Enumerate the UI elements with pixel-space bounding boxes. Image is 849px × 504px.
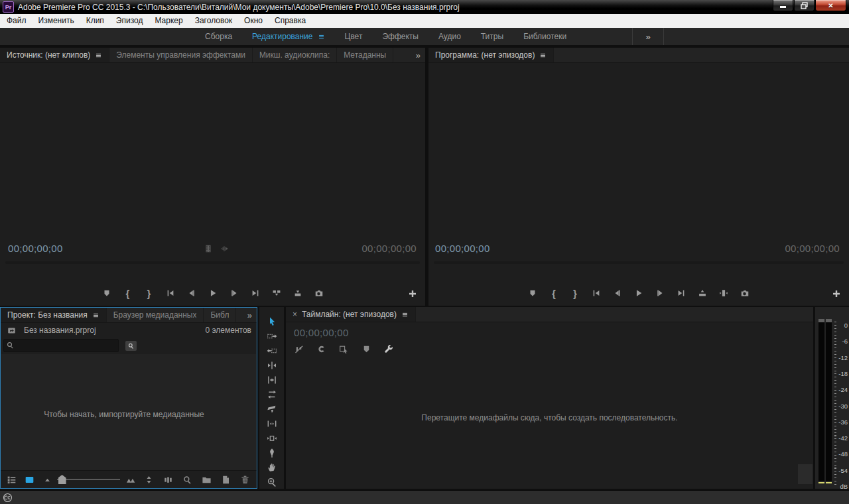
workspace-tab[interactable]: Библиотеки [513,28,576,45]
panel-tab[interactable]: Источник: (нет клипов) [0,48,109,62]
step-forward-button[interactable] [228,287,240,299]
new-item-button[interactable] [219,474,232,485]
panel-tab[interactable]: Проект: Без названия [1,308,107,322]
menu-item[interactable]: Клип [80,14,110,28]
zoom-tool-button[interactable] [266,476,277,487]
selection-tool-button[interactable] [266,316,277,327]
export-frame-button[interactable] [313,287,325,299]
minimize-button[interactable] [773,0,793,11]
tab-overflow-button[interactable]: » [411,50,425,60]
menu-item[interactable]: Эпизод [110,14,149,28]
workspace-tab[interactable]: Редактирование [242,28,334,45]
workspace-tab[interactable]: Сборка [195,28,242,45]
zoom-slider[interactable] [57,474,120,485]
list-view-button[interactable] [5,474,19,485]
snap-button[interactable] [315,343,327,355]
workspace-tab[interactable]: Эффекты [372,28,428,45]
go-to-out-button[interactable] [675,287,687,299]
step-forward-button[interactable] [654,287,666,299]
export-frame-button[interactable] [739,287,751,299]
panel-menu-icon[interactable] [95,52,102,59]
zoom-out-button[interactable] [41,474,54,485]
restore-button[interactable] [794,0,815,11]
source-current-time[interactable]: 00;00;00;00 [8,243,63,254]
sort-button[interactable] [143,474,156,485]
icon-view-button[interactable] [23,474,36,485]
nest-toggle-button[interactable] [293,343,304,355]
close-panel-icon[interactable]: × [293,310,297,318]
source-scrub-bar[interactable] [5,261,420,264]
panel-tab[interactable]: ×Таймлайн: (нет эпизодов) [286,307,416,322]
panel-tab[interactable]: Браузер медиаданных [107,308,204,322]
step-back-button[interactable] [186,287,198,299]
workspace-tab[interactable]: Цвет [335,28,373,45]
panel-menu-icon[interactable] [318,33,325,40]
rolling-edit-tool-button[interactable] [266,374,277,385]
panel-tab[interactable]: Микш. аудиоклипа: [253,48,337,62]
panel-tab[interactable]: Метаданны [337,48,393,62]
menu-item[interactable]: Файл [1,14,33,28]
delete-button[interactable] [238,474,251,485]
go-to-out-button[interactable] [249,287,261,299]
extract-button[interactable] [718,287,730,299]
step-back-button[interactable] [612,287,623,299]
panel-tab[interactable]: Элементы управления эффектами [109,48,253,62]
razor-tool-button[interactable] [266,403,277,414]
automate-to-sequence-button[interactable] [162,474,175,485]
panel-menu-icon[interactable] [401,311,409,318]
rate-stretch-tool-button[interactable] [266,389,277,400]
menu-item[interactable]: Справка [269,14,312,28]
linked-selection-button[interactable] [338,343,350,355]
timeline-scrollbar-thumb[interactable] [798,464,813,484]
ripple-edit-tool-button[interactable] [266,359,277,371]
mark-out-button[interactable]: } [143,287,155,299]
zoom-slider-handle[interactable] [58,475,66,484]
add-marker-button[interactable] [101,287,113,299]
menu-item[interactable]: Маркер [149,14,188,28]
panel-menu-icon[interactable] [539,52,547,59]
go-to-in-button[interactable] [590,287,602,299]
add-marker-button[interactable] [360,343,372,355]
play-button[interactable] [207,287,219,299]
close-button[interactable]: ✕ [815,0,846,11]
panel-menu-icon[interactable] [92,312,99,319]
workspace-overflow-button[interactable]: » [632,28,664,45]
workspace-tab[interactable]: Титры [471,28,513,45]
zoom-slider-track[interactable] [57,479,120,480]
go-to-in-button[interactable] [164,287,176,299]
timeline-settings-button[interactable] [383,343,395,355]
overwrite-button[interactable] [292,287,304,299]
add-marker-button[interactable] [527,287,539,299]
menu-item[interactable]: Изменить [33,14,80,28]
find-button[interactable] [181,474,194,485]
find-in-bin-button[interactable] [125,341,137,351]
new-bin-button[interactable] [200,474,213,485]
mark-in-button[interactable]: { [548,287,560,299]
search-input[interactable] [16,340,117,351]
mark-in-button[interactable]: { [122,287,134,299]
slide-tool-button[interactable] [266,432,277,444]
menu-item[interactable]: Окно [238,14,269,28]
timeline-current-time[interactable]: 00;00;00;00 [294,327,349,338]
program-current-time[interactable]: 00;00;00;00 [435,243,490,254]
button-editor-button[interactable] [407,288,418,299]
tab-overflow-button[interactable]: » [243,310,257,320]
navigate-up-icon[interactable] [6,326,17,335]
track-select-backward-tool-button[interactable] [266,345,277,356]
program-scrub-bar[interactable] [434,261,844,264]
creative-cloud-icon[interactable] [3,493,13,503]
button-editor-button[interactable] [831,288,842,299]
workspace-tab[interactable]: Аудио [428,28,471,45]
slip-tool-button[interactable] [266,418,277,429]
menu-item[interactable]: Заголовок [189,14,238,28]
panel-tab[interactable]: Программа: (нет эпизодов) [428,48,554,62]
project-content-area[interactable]: Чтобы начать, импортируйте медиаданные [1,354,256,470]
mark-out-button[interactable]: } [569,287,581,299]
play-button[interactable] [633,287,645,299]
hand-tool-button[interactable] [266,462,277,473]
track-select-forward-tool-button[interactable] [266,330,277,342]
insert-button[interactable] [271,287,283,299]
zoom-in-button[interactable] [125,474,138,485]
panel-tab[interactable]: Библ [204,308,236,322]
lift-button[interactable] [696,287,708,299]
